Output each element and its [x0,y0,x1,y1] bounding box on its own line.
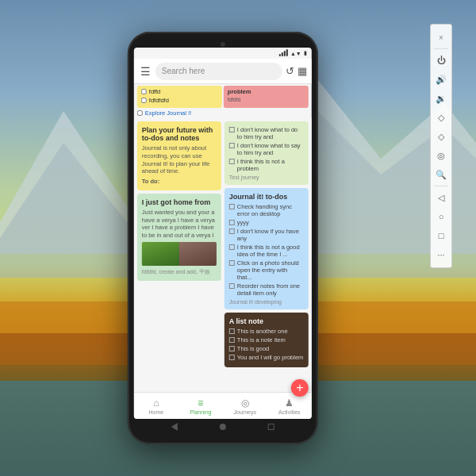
fab-button[interactable]: + [291,379,309,397]
plan-future-card[interactable]: Plan your future with to-dos and notes J… [137,121,221,190]
lnote-2: This is a note item [229,336,304,344]
lnote-text-3: This is good [237,345,269,352]
plan-future-subtitle: To do: [142,178,217,186]
activities-nav-icon: ♟ [285,397,294,409]
search-icon[interactable]: 🔍 [432,166,450,183]
checklist-tag: Test journey [229,175,304,180]
more-icon[interactable]: ··· [432,246,450,263]
jtodo-check-6[interactable] [229,283,235,289]
journal-todos-tag: Journal it! developing [229,299,304,305]
activities-nav-label: Activities [278,409,301,415]
signal-icon [279,50,288,56]
journal-todos-card[interactable]: Journal it! to-dos Check handling sync e… [225,188,309,309]
jtodo-check-4[interactable] [229,244,235,250]
home-card-tag: fdfdfd, create and add, 平板 [142,268,217,276]
right-column: I don't know what to do to him try and I… [225,121,309,389]
jtodo-check-2[interactable] [229,220,235,225]
jtodo-check-5[interactable] [229,260,235,266]
home-icon[interactable]: ○ [432,208,450,225]
planning-nav-label: Planning [190,409,211,415]
todo-check-3[interactable] [229,159,235,164]
columns: Plan your future with to-dos and notes J… [134,118,312,392]
checklist-card[interactable]: I don't know what to do to him try and I… [225,121,309,185]
jtodo-text-1: Check handling sync error on desktop [237,203,304,217]
todo-item-3: I think this is not a problem [229,158,304,172]
nav-journeys[interactable]: ◎ Journeys [223,393,267,419]
left-column: Plan your future with to-dos and notes J… [137,121,221,389]
journeys-nav-icon: ◎ [241,397,249,409]
home-card[interactable]: I just got home from Just wanted you and… [137,194,221,281]
search-box[interactable]: Search here [155,63,282,80]
todo-item-2: I don't know what to say to him try and [229,142,304,156]
volume-up-button[interactable]: 🔊 [432,71,450,88]
close-button[interactable]: × [432,29,450,46]
power-button[interactable]: ⏻ [432,52,450,69]
jtodo-text-6: Reorder notes from one detail item only [237,282,304,297]
toolbar-icons: ↺ ▦ [286,65,307,77]
home-card-image [142,242,217,266]
todo-text-3: I think this is not a problem [237,158,304,172]
todo-check-1[interactable] [229,127,235,132]
battery-icon: ▮ [304,50,307,56]
refresh-icon[interactable]: ↺ [286,65,294,77]
main-scroll[interactable]: Plan your future with to-dos and notes J… [134,118,312,392]
phone-shell: ▲▼ ▮ ☰ Search here ↺ ▦ fdffd [128,32,318,444]
jtodo-check-3[interactable] [229,228,235,234]
jtodo-3: I don't know if you have any [229,228,304,242]
image-left [142,242,179,266]
home-nav-icon: ⌂ [153,397,159,409]
recents-icon[interactable]: □ [432,227,450,244]
explore-label: Explore Journal !! [145,109,191,117]
top-card-fdffd[interactable]: fdffd fdfdfdfd [137,86,222,108]
pen-icon[interactable]: ◇ [432,128,450,145]
app-toolbar: ☰ Search here ↺ ▦ [134,59,312,84]
back-icon[interactable]: ◁ [432,189,450,206]
journal-todos-title: Journal it! to-dos [229,193,304,201]
home-hardware-icon[interactable] [220,424,226,430]
list-note-title: A list note [229,317,304,325]
top-card-sub-label: fdfdfdfd [149,97,169,104]
nav-home[interactable]: ⌂ Home [134,393,178,419]
top-card-checkbox[interactable] [141,89,147,94]
eraser-icon[interactable]: ◇ [432,109,450,126]
top-card-checkbox2[interactable] [141,98,147,103]
calendar-icon[interactable]: ▦ [298,65,307,77]
phone-bottom-bar [134,419,312,435]
problem-label: problem [228,88,305,95]
jtodo-1: Check handling sync error on desktop [229,203,304,217]
nav-planning[interactable]: ≡ Planning [178,393,223,419]
lnote-text-2: This is a note item [237,336,286,344]
lnote-check-2[interactable] [229,337,235,343]
volume-down-button[interactable]: 🔉 [432,90,450,107]
lnote-check-4[interactable] [229,355,235,360]
home-card-title: I just got home from [142,198,217,206]
phone-screen: ▲▼ ▮ ☰ Search here ↺ ▦ fdffd [134,48,312,419]
camera-dot [221,42,225,47]
home-card-text: Just wanted you and your a have a verya … [142,209,217,240]
lnote-check-1[interactable] [229,328,235,334]
plan-future-title: Plan your future with to-dos and notes [142,126,217,142]
top-card-label: fdffd [149,88,160,95]
camera-icon[interactable]: ◎ [432,147,450,164]
recents-hardware-icon[interactable] [268,424,274,430]
problem-sub: fdfdfd [228,97,305,102]
planning-nav-icon: ≡ [198,397,203,409]
divider [434,48,448,49]
explore-checkbox[interactable] [137,110,143,116]
list-note-card[interactable]: A list note This is another one This is … [225,313,309,367]
home-nav-label: Home [148,409,163,415]
lnote-check-3[interactable] [229,346,235,351]
top-card-problem[interactable]: problem fdfdfd [224,86,309,108]
todo-check-2[interactable] [229,143,235,148]
nav-activities[interactable]: ♟ Activities [267,393,312,419]
bottom-nav: ⌂ Home ≡ Planning ◎ Journeys ♟ Activitie… [134,392,312,419]
divider [434,186,448,186]
plan-future-text: Journal is not only about recording, you… [142,144,217,175]
search-placeholder: Search here [162,67,205,75]
jtodo-5: Click on a photo should open the entry w… [229,259,304,281]
menu-icon[interactable]: ☰ [139,63,152,79]
back-hardware-icon[interactable] [171,423,177,431]
jtodo-check-1[interactable] [229,204,235,209]
lnote-3: This is good [229,345,304,352]
jtodo-text-4: I think this is not a good idea of the t… [237,244,304,258]
